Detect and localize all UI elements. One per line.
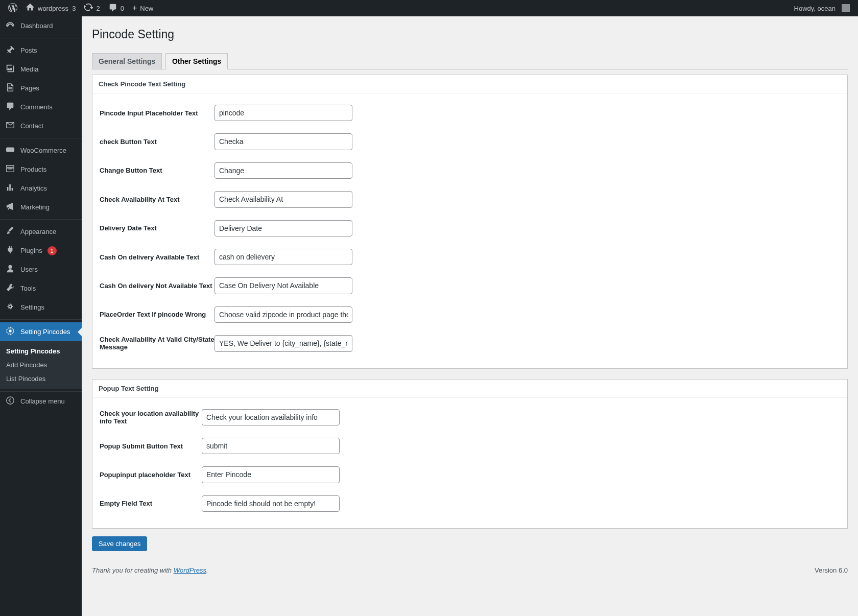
menu-tools[interactable]: Tools [0, 279, 82, 298]
panel-header: Popup Text Setting [92, 380, 847, 398]
woocommerce-icon [5, 145, 15, 156]
menu-label: WooCommerce [20, 147, 66, 154]
avatar [842, 4, 850, 12]
menu-label: Users [20, 266, 38, 273]
input-availability[interactable] [214, 191, 352, 207]
nav-tabs: General Settings Other Settings [92, 51, 848, 69]
update-icon [84, 3, 93, 14]
panel-check-pincode: Check Pincode Text Setting Pincode Input… [92, 75, 848, 369]
input-empty[interactable] [202, 495, 340, 512]
menu-posts[interactable]: Posts [0, 41, 82, 60]
menu-label: Marketing [20, 203, 50, 211]
svg-point-2 [9, 329, 11, 332]
label-location: Check your location availability info Te… [100, 410, 202, 425]
label-popup-placeholder: Popupinput placeholder Text [100, 471, 202, 479]
mail-icon [5, 121, 15, 131]
footer-version: Version 6.0 [815, 566, 848, 574]
dashboard-icon [5, 20, 15, 31]
collapse-label: Collapse menu [20, 397, 65, 405]
panel-header: Check Pincode Text Setting [92, 75, 847, 93]
collapse-icon [5, 396, 15, 407]
svg-point-3 [7, 397, 14, 404]
label-check: check Button Text [100, 138, 214, 146]
plugins-badge: 1 [47, 246, 57, 255]
menu-contact[interactable]: Contact [0, 116, 82, 135]
gear-icon [5, 326, 15, 337]
wp-logo[interactable] [4, 0, 21, 16]
input-check[interactable] [214, 133, 352, 150]
page-icon [5, 83, 15, 93]
menu-woocommerce[interactable]: WooCommerce [0, 141, 82, 160]
menu-products[interactable]: Products [0, 160, 82, 179]
input-cod-avail[interactable] [214, 249, 352, 265]
comment-icon [5, 102, 15, 112]
input-location[interactable] [202, 409, 340, 425]
footer-thanks: Thank you for creating with [92, 566, 174, 574]
menu-analytics[interactable]: Analytics [0, 179, 82, 198]
admin-sidebar: Dashboard Posts Media Pages Comments Con… [0, 16, 82, 616]
label-availability: Check Availability At Text [100, 196, 214, 203]
menu-label: Dashboard [20, 22, 53, 30]
menu-setting-pincodes[interactable]: Setting Pincodes [0, 322, 82, 341]
analytics-icon [5, 183, 15, 194]
label-submit: Popup Submit Button Text [100, 442, 202, 450]
menu-label: Appearance [20, 228, 56, 235]
updates-count: 2 [96, 5, 100, 12]
input-placeholder[interactable] [214, 105, 352, 121]
menu-settings[interactable]: Settings [0, 298, 82, 317]
menu-appearance[interactable]: Appearance [0, 222, 82, 241]
pin-icon [5, 45, 15, 56]
label-cod-not: Cash On delivery Not Available Text [100, 282, 214, 290]
tab-other[interactable]: Other Settings [165, 53, 228, 69]
my-account-link[interactable]: Howdy, ocean [790, 0, 854, 16]
save-button[interactable]: Save changes [92, 536, 147, 551]
submenu-setting-pincodes[interactable]: Setting Pincodes [0, 344, 82, 358]
appearance-icon [5, 226, 15, 237]
input-popup-placeholder[interactable] [202, 466, 340, 483]
site-name-link[interactable]: wordpress_3 [21, 0, 80, 16]
input-delivery[interactable] [214, 220, 352, 236]
menu-media[interactable]: Media [0, 60, 82, 79]
menu-users[interactable]: Users [0, 260, 82, 279]
site-name: wordpress_3 [38, 5, 76, 12]
menu-label: Comments [20, 103, 53, 111]
products-icon [5, 164, 15, 175]
input-placeorder[interactable] [214, 306, 352, 323]
new-content-link[interactable]: +New [128, 0, 157, 16]
menu-marketing[interactable]: Marketing [0, 198, 82, 217]
input-cod-not[interactable] [214, 277, 352, 294]
menu-label: Posts [20, 46, 37, 54]
updates-link[interactable]: 2 [80, 0, 104, 16]
svg-point-1 [9, 305, 11, 307]
tab-general[interactable]: General Settings [92, 53, 162, 69]
menu-pages[interactable]: Pages [0, 79, 82, 98]
howdy-text: Howdy, ocean [794, 5, 836, 12]
input-valid-city[interactable] [214, 335, 352, 351]
menu-label: Media [20, 65, 38, 73]
input-submit[interactable] [202, 438, 340, 454]
menu-comments[interactable]: Comments [0, 98, 82, 116]
collapse-menu[interactable]: Collapse menu [0, 391, 82, 411]
label-placeholder: Pincode Input Placeholder Text [100, 109, 214, 117]
input-change[interactable] [214, 162, 352, 179]
comment-icon [108, 3, 117, 14]
wordpress-link[interactable]: WordPress [174, 566, 206, 574]
admin-bar: wordpress_3 2 0 +New Howdy, ocean [0, 0, 858, 16]
home-icon [26, 3, 35, 14]
menu-dashboard[interactable]: Dashboard [0, 16, 82, 35]
footer: Thank you for creating with WordPress. V… [92, 566, 848, 574]
label-valid-city: Check Availability At Valid City/State M… [100, 336, 214, 351]
marketing-icon [5, 202, 15, 212]
menu-label: Pages [20, 84, 39, 92]
label-empty: Empty Field Text [100, 500, 202, 507]
users-icon [5, 264, 15, 275]
comments-link[interactable]: 0 [104, 0, 128, 16]
menu-plugins[interactable]: Plugins 1 [0, 241, 82, 260]
submenu-add-pincodes[interactable]: Add Pincodes [0, 358, 82, 372]
label-change: Change Button Text [100, 167, 214, 174]
submenu-list-pincodes[interactable]: List Pincodes [0, 372, 82, 386]
menu-label: Plugins [20, 247, 42, 254]
media-icon [5, 64, 15, 75]
menu-label: Contact [20, 122, 43, 130]
svg-rect-0 [6, 148, 14, 152]
